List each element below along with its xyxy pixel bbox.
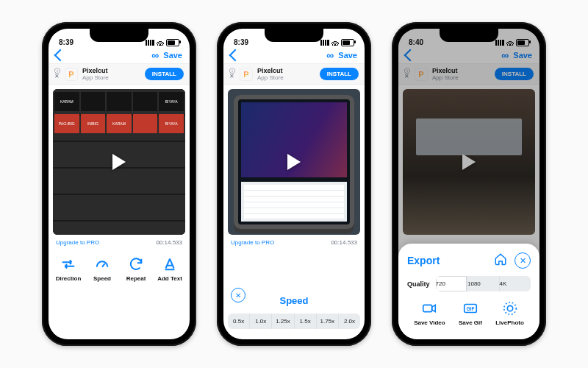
- speed-option[interactable]: 1.0x: [250, 314, 272, 329]
- livephoto-icon: [502, 300, 518, 316]
- speed-option[interactable]: 1.75x: [317, 314, 339, 329]
- back-chevron-icon[interactable]: [54, 49, 67, 62]
- signal-icon: [495, 40, 504, 46]
- play-icon[interactable]: [462, 154, 476, 170]
- ad-subtitle: App Store: [432, 74, 459, 81]
- preview-tile: KARAM: [107, 114, 132, 133]
- quality-option[interactable]: 1080: [467, 276, 500, 291]
- ad-controls[interactable]: ⓘ✕: [54, 69, 60, 79]
- phone-2: 8:39 ∞ Save ⓘ✕ P Pixelcut App Store INST…: [217, 22, 371, 346]
- quality-option[interactable]: 4K: [500, 276, 531, 291]
- preview-info: Upgrade to PRO 00:14.533: [49, 239, 190, 249]
- quality-label: Quality: [407, 280, 430, 288]
- play-icon[interactable]: [112, 154, 126, 170]
- tool-direction[interactable]: Direction: [51, 256, 85, 282]
- home-icon[interactable]: [494, 252, 507, 269]
- loop-icon[interactable]: ∞: [151, 50, 159, 60]
- ad-banner[interactable]: ⓘ✕ P Pixelcut App Store INSTALL: [223, 63, 365, 85]
- save-button[interactable]: Save: [338, 51, 357, 60]
- preview-tile: KARAM: [54, 92, 79, 111]
- save-button[interactable]: Save: [513, 51, 532, 60]
- loop-icon[interactable]: ∞: [326, 50, 334, 60]
- svg-point-4: [503, 302, 516, 315]
- phone-3: 8:40 ∞ Save ⓘ✕ P Pixelcut App Store INST…: [392, 22, 546, 346]
- save-button[interactable]: Save: [163, 51, 182, 60]
- ad-title: Pixelcut: [257, 67, 284, 74]
- tool-add-text[interactable]: Add Text: [153, 256, 187, 282]
- battery-icon: [341, 39, 354, 46]
- ad-banner[interactable]: ⓘ✕ P Pixelcut App Store INSTALL: [398, 63, 539, 85]
- preview-tile: PAG-IBIG: [54, 114, 79, 133]
- ad-install-button[interactable]: INSTALL: [320, 68, 359, 80]
- duration-label: 00:14.533: [156, 239, 182, 246]
- tool-speed[interactable]: Speed: [85, 256, 119, 282]
- wifi-icon: [157, 40, 164, 46]
- status-time: 8:39: [234, 38, 248, 46]
- preview-info: Upgrade to PRO 00:14.533: [223, 239, 365, 249]
- nav-bar: ∞ Save: [49, 47, 190, 63]
- save-video-button[interactable]: Save Video: [414, 300, 445, 326]
- speed-option[interactable]: 1.25x: [272, 314, 294, 329]
- quality-segmented[interactable]: 720 1080 4K: [436, 276, 531, 291]
- svg-text:GIF: GIF: [467, 306, 475, 311]
- ad-controls[interactable]: ⓘ✕: [229, 69, 235, 79]
- gif-icon: GIF: [462, 300, 478, 316]
- notch: [90, 29, 148, 42]
- save-gif-button[interactable]: GIF Save Gif: [459, 300, 482, 326]
- ad-logo-icon: P: [415, 68, 428, 81]
- ad-controls[interactable]: ⓘ✕: [404, 69, 410, 79]
- live-photo-button[interactable]: LivePhoto: [495, 300, 524, 326]
- ad-logo-icon: P: [240, 68, 253, 81]
- status-time: 8:40: [409, 38, 423, 46]
- quality-option[interactable]: 720: [436, 276, 468, 291]
- export-sheet: Export ✕ Quality 720 1080 4K Save Video: [398, 244, 539, 339]
- signal-icon: [320, 40, 329, 46]
- repeat-icon: [128, 256, 144, 272]
- tool-repeat[interactable]: Repeat: [119, 256, 153, 282]
- ad-install-button[interactable]: INSTALL: [495, 68, 534, 80]
- back-chevron-icon[interactable]: [229, 49, 242, 62]
- speed-option[interactable]: 2.0x: [339, 314, 360, 329]
- speed-option[interactable]: 0.5x: [228, 314, 250, 329]
- svg-rect-0: [423, 305, 432, 311]
- close-sheet-button[interactable]: ✕: [514, 252, 531, 269]
- ad-banner[interactable]: ⓘ✕ P Pixelcut App Store INSTALL: [49, 63, 190, 85]
- export-actions: Save Video GIF Save Gif LivePhoto: [407, 300, 531, 326]
- signal-icon: [146, 40, 154, 46]
- phone-1: 8:39 ∞ Save ⓘ✕ P Pixelcut App Store INST…: [42, 22, 196, 346]
- video-preview[interactable]: KARAM BIYAYA PAG-IBIG INIBIG KARAM BIYAY…: [53, 89, 185, 235]
- upgrade-link[interactable]: Upgrade to PRO: [56, 239, 99, 246]
- preview-tile: INIBIG: [81, 114, 106, 133]
- ad-install-button[interactable]: INSTALL: [145, 68, 184, 80]
- preview-tile: BIYAYA: [159, 92, 184, 111]
- sheet-title: Export: [407, 255, 440, 266]
- speed-panel: ✕ Speed 0.5x 1.0x 1.25x 1.5x 1.75x 2.0x: [223, 291, 365, 339]
- ad-logo-icon: P: [65, 68, 78, 81]
- loop-icon[interactable]: ∞: [501, 50, 509, 60]
- preview-tile: [133, 114, 158, 133]
- video-icon: [421, 300, 437, 316]
- speed-segmented[interactable]: 0.5x 1.0x 1.25x 1.5x 1.75x 2.0x: [228, 314, 360, 329]
- battery-icon: [516, 39, 529, 46]
- preview-tile: [81, 92, 106, 111]
- toolbar: Direction Speed Repeat Add Text: [49, 249, 190, 295]
- ad-subtitle: App Store: [82, 74, 109, 81]
- close-panel-button[interactable]: ✕: [231, 288, 245, 302]
- duration-label: 00:14.533: [331, 239, 357, 246]
- ad-title: Pixelcut: [82, 67, 109, 74]
- preview-tile: [133, 92, 158, 111]
- speed-option[interactable]: 1.5x: [295, 314, 317, 329]
- nav-bar: ∞ Save: [223, 47, 365, 63]
- upgrade-link[interactable]: Upgrade to PRO: [231, 239, 274, 246]
- status-time: 8:39: [59, 38, 74, 46]
- nav-bar: ∞ Save: [398, 47, 539, 63]
- back-chevron-icon[interactable]: [404, 49, 417, 62]
- svg-point-3: [507, 305, 512, 311]
- play-icon[interactable]: [287, 154, 301, 170]
- notch: [265, 29, 323, 42]
- preview-tile: [107, 92, 132, 111]
- ad-subtitle: App Store: [257, 74, 284, 81]
- video-preview[interactable]: [228, 89, 360, 235]
- video-preview[interactable]: [403, 89, 535, 235]
- gauge-icon: [94, 256, 110, 272]
